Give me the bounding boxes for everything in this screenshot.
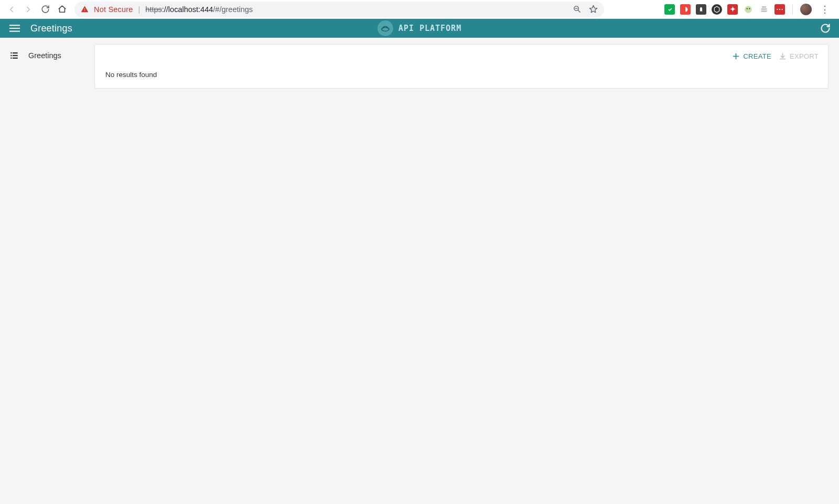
svg-rect-24: [10, 55, 12, 56]
warning-icon: [81, 5, 89, 13]
svg-point-21: [386, 27, 388, 28]
svg-point-8: [747, 8, 748, 9]
svg-rect-11: [761, 8, 767, 10]
svg-point-7: [745, 6, 752, 13]
svg-point-4: [667, 7, 672, 12]
divider: [792, 4, 793, 15]
card-toolbar: CREATE EXPORT: [95, 45, 828, 68]
svg-point-15: [782, 8, 783, 9]
svg-rect-18: [9, 31, 20, 32]
svg-rect-27: [13, 58, 18, 59]
zoom-icon[interactable]: [573, 5, 582, 14]
extensions-area: ✦ ⋮: [664, 4, 835, 15]
app-header: Greetings API PLATFORM: [0, 19, 839, 38]
extension-icon[interactable]: [696, 4, 706, 15]
sidebar-item-greetings[interactable]: Greetings: [0, 44, 94, 67]
extension-icon[interactable]: [680, 4, 691, 15]
svg-rect-17: [9, 28, 20, 29]
brand: API PLATFORM: [378, 20, 461, 36]
profile-avatar[interactable]: [800, 4, 812, 15]
back-button[interactable]: [4, 2, 19, 17]
create-button[interactable]: CREATE: [732, 52, 771, 60]
extension-icon[interactable]: [743, 4, 754, 15]
menu-button[interactable]: [8, 22, 21, 35]
svg-marker-3: [589, 5, 597, 12]
svg-rect-10: [762, 6, 766, 8]
svg-rect-26: [10, 58, 12, 59]
browser-toolbar: Not Secure | https://localhost:444/#/gre…: [0, 0, 839, 19]
svg-line-1: [578, 10, 580, 12]
list-icon: [9, 51, 19, 60]
url-text: https://localhost:444/#/greetings: [145, 5, 253, 14]
content-area: CREATE EXPORT No results found: [94, 38, 839, 504]
download-icon: [779, 52, 787, 60]
svg-point-14: [779, 8, 780, 9]
extension-icon[interactable]: ✦: [727, 4, 738, 15]
refresh-button[interactable]: [820, 23, 831, 34]
svg-rect-22: [10, 52, 12, 53]
sidebar-item-label: Greetings: [28, 51, 61, 60]
forward-button[interactable]: [21, 2, 36, 17]
export-label: EXPORT: [790, 52, 819, 60]
home-button[interactable]: [55, 2, 69, 17]
svg-point-9: [749, 8, 750, 9]
address-bar[interactable]: Not Secure | https://localhost:444/#/gre…: [74, 2, 604, 17]
svg-point-20: [383, 27, 384, 28]
svg-rect-23: [13, 52, 18, 53]
svg-rect-12: [761, 10, 767, 12]
brand-text: API PLATFORM: [399, 24, 461, 33]
brand-logo-icon: [378, 20, 393, 36]
extension-icon[interactable]: [712, 4, 722, 15]
create-label: CREATE: [743, 52, 771, 60]
sidebar: Greetings: [0, 38, 94, 504]
svg-marker-6: [714, 6, 719, 13]
bookmark-star-icon[interactable]: [589, 5, 598, 14]
extension-icon[interactable]: [775, 4, 785, 15]
extension-icon[interactable]: [664, 4, 675, 15]
svg-point-13: [777, 8, 778, 9]
empty-state-text: No results found: [95, 68, 828, 79]
export-button[interactable]: EXPORT: [779, 52, 819, 60]
extension-icon[interactable]: [759, 4, 769, 15]
svg-rect-25: [13, 55, 18, 56]
list-card: CREATE EXPORT No results found: [94, 44, 829, 89]
svg-rect-16: [9, 25, 20, 26]
separator: |: [138, 5, 141, 14]
plus-icon: [732, 52, 740, 60]
page-title: Greetings: [30, 23, 72, 34]
security-status: Not Secure: [94, 5, 133, 14]
reload-button[interactable]: [38, 2, 52, 17]
app-body: Greetings CREATE EXPORT No results fo: [0, 38, 839, 504]
chrome-menu-button[interactable]: ⋮: [817, 4, 833, 15]
